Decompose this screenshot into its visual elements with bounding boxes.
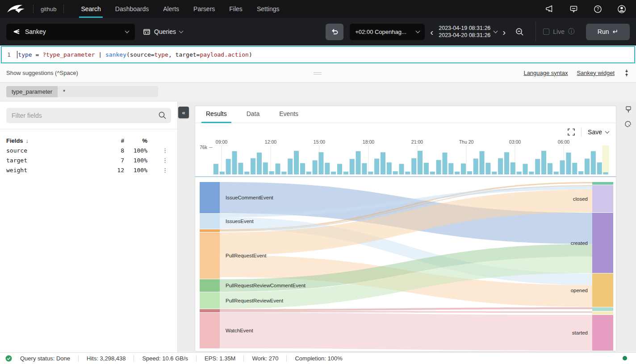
chevron-down-icon (125, 29, 130, 33)
query-token: (source= (126, 51, 155, 58)
field-menu-icon[interactable]: ⋮ (147, 147, 174, 154)
widget-select-label: Sankey (25, 28, 46, 35)
info-icon[interactable]: ⓘ (568, 28, 574, 36)
svg-text:06:00: 06:00 (558, 140, 569, 145)
results-card: Results Data Events Save 09:0012:0015:00… (195, 106, 616, 352)
pin-panel-icon[interactable] (625, 106, 632, 113)
zoom-out-icon (515, 28, 524, 36)
query-toolbar: Sankey Queries +02:00 Copenhag... (0, 18, 636, 46)
time-range-picker[interactable]: 2023-04-19 08:31:26 2023-04-20 08:31:26 (439, 25, 497, 39)
nav-item-settings[interactable]: Settings (250, 0, 287, 18)
svg-text:PullRequestReviewEvent: PullRequestReviewEvent (226, 298, 284, 303)
query-token: payload.action (200, 51, 249, 58)
nav-item-parsers[interactable]: Parsers (186, 0, 222, 18)
repository-name[interactable]: github (41, 6, 56, 12)
table-row[interactable]: weight 12 100% ⋮ (6, 165, 177, 175)
fields-table-header: Fields↓ # % (6, 136, 177, 145)
queries-label: Queries (154, 28, 176, 35)
interactive-mode-icon[interactable] (624, 120, 632, 128)
results-tabbar: Results Data Events (195, 106, 616, 123)
widget-type-select[interactable]: Sankey (6, 24, 135, 40)
filter-fields-box (0, 102, 177, 129)
svg-text:opened: opened (571, 288, 588, 293)
range-end: 2023-04-20 08:31:26 (439, 32, 490, 39)
language-syntax-link[interactable]: Language syntax (523, 70, 568, 76)
line-number: 1 (7, 51, 11, 58)
run-button[interactable]: Run ↵ (586, 24, 630, 40)
nav-item-dashboards[interactable]: Dashboards (108, 0, 156, 18)
field-menu-icon[interactable]: ⋮ (147, 157, 174, 164)
next-timerange-button[interactable]: › (497, 27, 511, 37)
completion-value: Completion: 100% (287, 355, 350, 362)
sankey-diagram[interactable]: IssueCommentEventIssuesEventPullRequestE… (200, 180, 613, 351)
field-menu-icon[interactable]: ⋮ (147, 167, 174, 174)
field-percent: 100% (124, 167, 147, 174)
fields-table: Fields↓ # % source 8 100% ⋮ target 7 100… (0, 129, 177, 175)
previous-timerange-button[interactable]: ‹ (425, 27, 439, 37)
status-bar: Query status: Done Hits: 3,298,438 Speed… (0, 352, 636, 364)
show-suggestions-hint[interactable]: Show suggestions (^Space) (6, 70, 78, 76)
svg-text:created: created (571, 240, 588, 246)
fullscreen-icon[interactable] (568, 128, 575, 136)
event-histogram[interactable]: 09:0012:0015:0018:0021:00Thu 2003:0006:0… (200, 140, 613, 176)
svg-text:09:00: 09:00 (216, 140, 227, 145)
query-editor[interactable]: 1 type = ?type_parameter | sankey (sourc… (1, 46, 635, 63)
collapse-editor-icon[interactable] (623, 69, 630, 77)
chevron-down-icon (416, 29, 420, 33)
fields-panel: Fields↓ # % source 8 100% ⋮ target 7 100… (0, 102, 178, 352)
zoom-out-button[interactable] (511, 28, 528, 36)
eps-value: EPS: 1.35M (197, 355, 244, 362)
chevron-down-icon (605, 129, 610, 134)
feedback-icon[interactable] (569, 4, 578, 13)
query-token: ?type_parameter (42, 51, 95, 58)
announcements-icon[interactable] (545, 4, 554, 13)
sort-descending-icon: ↓ (26, 137, 29, 144)
collapse-fields-panel-button[interactable]: « (178, 107, 189, 118)
query-token: ) (249, 51, 252, 58)
svg-text:started: started (572, 330, 588, 335)
query-speed: Speed: 10.6 GB/s (134, 355, 197, 362)
account-icon[interactable] (617, 4, 626, 13)
chart-controls: Save (568, 128, 609, 136)
resize-handle[interactable] (314, 71, 322, 76)
live-checkbox[interactable] (543, 29, 549, 35)
table-row[interactable]: source 8 100% ⋮ (6, 145, 177, 155)
sankey-widget-icon (13, 28, 21, 36)
filter-fields-input[interactable] (6, 108, 171, 123)
tab-results[interactable]: Results (201, 110, 231, 123)
connection-status-dot (623, 356, 627, 360)
queries-button[interactable]: Queries (143, 28, 183, 36)
range-start: 2023-04-19 08:31:26 (439, 25, 490, 32)
logscale-search-page: github Search Dashboards Alerts Parsers … (0, 0, 636, 364)
nav-right-icons: ? (545, 4, 630, 13)
svg-text:12:00: 12:00 (265, 140, 276, 145)
return-key-icon: ↵ (613, 28, 619, 36)
text-caret (17, 51, 18, 58)
timezone-label: +02:00 Copenhag... (355, 29, 406, 35)
svg-text:03:00: 03:00 (509, 140, 521, 145)
toolbar-right: +02:00 Copenhag... ‹ 2023-04-19 08:31:26… (326, 22, 630, 41)
table-row[interactable]: target 7 100% ⋮ (6, 155, 177, 165)
svg-text:WatchEvent: WatchEvent (226, 328, 253, 333)
field-name: source (6, 147, 110, 154)
fields-sort-header[interactable]: Fields↓ (6, 137, 110, 144)
query-token: type (155, 51, 168, 58)
divider (536, 22, 536, 41)
query-parameter[interactable]: type_parameter * (6, 86, 158, 97)
help-icon[interactable]: ? (593, 4, 602, 13)
undo-button[interactable] (326, 24, 343, 40)
tab-data[interactable]: Data (242, 110, 264, 123)
svg-text:closed: closed (573, 196, 588, 202)
crowdstrike-logo[interactable] (6, 3, 26, 15)
nav-item-alerts[interactable]: Alerts (156, 0, 186, 18)
save-button[interactable]: Save (588, 128, 609, 136)
parameter-value-input[interactable]: * (58, 86, 158, 97)
tab-events[interactable]: Events (275, 110, 303, 123)
nav-item-search[interactable]: Search (74, 0, 108, 18)
search-icon (158, 111, 167, 121)
top-nav: github Search Dashboards Alerts Parsers … (0, 0, 636, 18)
nav-item-files[interactable]: Files (222, 0, 250, 18)
live-toggle[interactable]: Live ⓘ (543, 28, 574, 36)
sankey-widget-link[interactable]: Sankey widget (577, 70, 615, 76)
timezone-select[interactable]: +02:00 Copenhag... (350, 24, 425, 40)
